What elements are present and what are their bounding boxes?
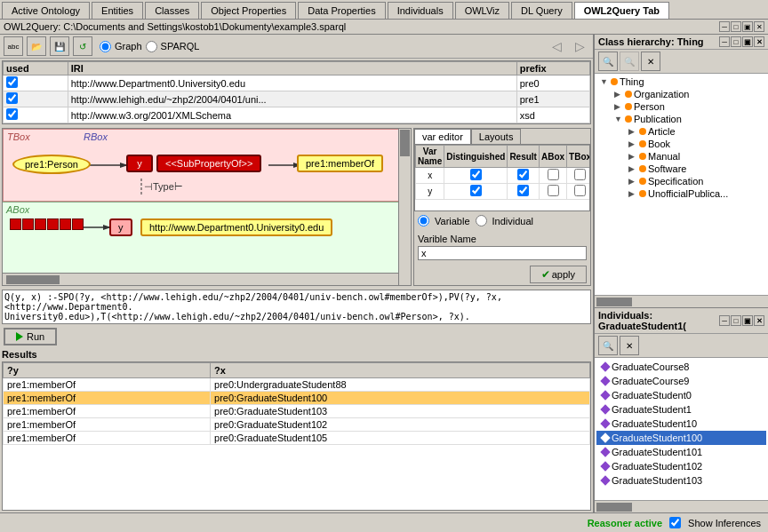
tree-item-publication[interactable]: ▼ Publication bbox=[596, 113, 766, 125]
var-abox-x[interactable] bbox=[539, 168, 566, 184]
indiv-search-btn[interactable]: 🔍 bbox=[598, 336, 618, 355]
abc-btn[interactable]: abc bbox=[4, 36, 23, 56]
hier-search-btn[interactable]: 🔍 bbox=[598, 52, 618, 71]
tree-hscroll[interactable] bbox=[595, 295, 768, 307]
graph-radio[interactable] bbox=[100, 41, 111, 52]
hierarchy-panel-title: Class hierarchy: Thing ─ □ ▣ ✕ bbox=[595, 35, 768, 50]
tree-expand-organization: ▶ bbox=[614, 90, 623, 99]
indiv-hscroll-thumb[interactable] bbox=[596, 503, 632, 512]
var-result-y[interactable] bbox=[508, 184, 540, 200]
list-item[interactable]: GraduateCourse9 bbox=[596, 374, 766, 388]
tab-data-properties[interactable]: Data Properties bbox=[298, 2, 385, 19]
tree-item-manual[interactable]: ▶ Manual bbox=[596, 150, 766, 163]
table-row[interactable]: pre1:memberOf pre0:UndergraduateStudent8… bbox=[4, 378, 590, 392]
var-distinguished-x[interactable] bbox=[444, 168, 508, 184]
hier-action-btn[interactable]: ✕ bbox=[641, 52, 660, 71]
tree-item-person[interactable]: ▶ Person bbox=[596, 100, 766, 113]
tree-label-software: Software bbox=[648, 163, 686, 174]
iri-check-2[interactable] bbox=[4, 107, 68, 123]
tab-active-ontology[interactable]: Active Ontology bbox=[2, 2, 90, 19]
tree-hscroll-thumb[interactable] bbox=[596, 298, 632, 306]
sparql-radio[interactable] bbox=[146, 41, 157, 52]
close-btn[interactable]: ✕ bbox=[754, 21, 764, 32]
iri-check-0[interactable] bbox=[4, 75, 68, 91]
hier-settings-btn[interactable]: 🔍 bbox=[620, 52, 639, 71]
hier-close-btn[interactable]: ✕ bbox=[754, 36, 764, 47]
tab-dl-query[interactable]: DL Query bbox=[511, 2, 572, 19]
list-item[interactable]: GraduateStudent0 bbox=[596, 388, 766, 402]
graph-label: Graph bbox=[115, 41, 142, 52]
list-item[interactable]: GraduateStudent101 bbox=[596, 445, 766, 459]
variable-radio[interactable] bbox=[418, 215, 429, 226]
run-button[interactable]: Run bbox=[4, 328, 57, 345]
tree-item-article[interactable]: ▶ Article bbox=[596, 125, 766, 138]
tbox-rbox-area: TBox RBox bbox=[3, 129, 411, 202]
restore-btn[interactable]: □ bbox=[731, 21, 741, 32]
minimize-btn[interactable]: ─ bbox=[719, 21, 730, 32]
open-btn[interactable]: 📂 bbox=[27, 36, 46, 56]
list-item[interactable]: GraduateStudent10 bbox=[596, 417, 766, 431]
indiv-restore-btn[interactable]: □ bbox=[731, 315, 741, 326]
hscroll-thumb[interactable] bbox=[6, 275, 60, 284]
hier-max-btn[interactable]: ▣ bbox=[742, 36, 753, 47]
graph-vscroll[interactable] bbox=[398, 129, 411, 285]
var-abox-y[interactable] bbox=[539, 184, 566, 200]
tab-classes[interactable]: Classes bbox=[145, 2, 199, 19]
iri-check-1[interactable] bbox=[4, 91, 68, 107]
var-name-input[interactable] bbox=[418, 246, 587, 260]
apply-label: apply bbox=[552, 269, 575, 280]
tab-owlviz[interactable]: OWLViz bbox=[455, 2, 509, 19]
forward-btn[interactable]: ▷ bbox=[570, 36, 589, 56]
indiv-max-btn[interactable]: ▣ bbox=[742, 315, 753, 326]
vscroll-thumb[interactable] bbox=[400, 130, 410, 156]
save-btn[interactable]: 💾 bbox=[50, 36, 69, 56]
hier-min-btn[interactable]: ─ bbox=[719, 36, 730, 47]
apply-button[interactable]: ✔ apply bbox=[530, 266, 587, 283]
list-item[interactable]: GraduateStudent102 bbox=[596, 459, 766, 473]
tree-expand-manual: ▶ bbox=[628, 152, 637, 161]
maximize-btn[interactable]: ▣ bbox=[742, 21, 753, 32]
hier-restore-btn[interactable]: □ bbox=[731, 36, 741, 47]
graph-hscroll[interactable] bbox=[3, 273, 411, 285]
back-btn[interactable]: ◁ bbox=[547, 36, 566, 56]
tree-dot-publication bbox=[625, 115, 632, 123]
tab-entities[interactable]: Entities bbox=[92, 2, 143, 19]
results-table-container[interactable]: ?y ?x pre1:memberOf pre0:UndergraduateSt… bbox=[2, 361, 591, 511]
var-tbox-x[interactable] bbox=[567, 168, 590, 184]
var-distinguished-y[interactable] bbox=[444, 184, 508, 200]
indiv-action-btn[interactable]: ✕ bbox=[620, 336, 639, 355]
tab-owl2query[interactable]: OWL2Query Tab bbox=[574, 2, 669, 19]
table-row[interactable]: pre1:memberOf pre0:GraduateStudent103 bbox=[4, 405, 590, 418]
refresh-btn[interactable]: ↺ bbox=[73, 36, 92, 56]
list-item[interactable]: GraduateStudent100 bbox=[596, 431, 766, 445]
table-row[interactable]: pre1:memberOf pre0:GraduateStudent105 bbox=[4, 432, 590, 445]
indiv-list[interactable]: GraduateCourse8 GraduateCourse9 Graduate… bbox=[595, 358, 768, 500]
indiv-hscroll[interactable] bbox=[595, 500, 768, 512]
tree-item-unofficial[interactable]: ▶ UnofficialPublica... bbox=[596, 187, 766, 200]
pre1-person-label: pre1:Person bbox=[25, 159, 78, 170]
indiv-close-btn[interactable]: ✕ bbox=[754, 315, 764, 326]
diamond-icon-2 bbox=[600, 390, 610, 400]
tree-item-thing[interactable]: ▼ Thing bbox=[596, 75, 766, 88]
tree-item-software[interactable]: ▶ Software bbox=[596, 163, 766, 175]
table-row[interactable]: pre1:memberOf pre0:GraduateStudent100 bbox=[4, 392, 590, 405]
list-item[interactable]: GraduateCourse8 bbox=[596, 360, 766, 374]
tab-individuals[interactable]: Individuals bbox=[388, 2, 453, 19]
indiv-min-btn[interactable]: ─ bbox=[719, 315, 730, 326]
tree-container[interactable]: ▼ Thing ▶ Organization ▶ Person bbox=[595, 74, 768, 295]
tree-item-organization[interactable]: ▶ Organization bbox=[596, 88, 766, 100]
var-tbox-y[interactable] bbox=[567, 184, 590, 200]
tree-item-specification[interactable]: ▶ Specification bbox=[596, 175, 766, 187]
list-item[interactable]: GraduateStudent1 bbox=[596, 402, 766, 417]
tab-var-editor[interactable]: var editor bbox=[414, 129, 471, 144]
tab-object-properties[interactable]: Object Properties bbox=[201, 2, 296, 19]
tree-item-book[interactable]: ▶ Book bbox=[596, 138, 766, 150]
table-row[interactable]: pre1:memberOf pre0:GraduateStudent102 bbox=[4, 418, 590, 432]
var-result-x[interactable] bbox=[508, 168, 540, 184]
result-y-2: pre1:memberOf bbox=[4, 405, 211, 418]
list-item[interactable]: GraduateStudent103 bbox=[596, 473, 766, 488]
individual-radio[interactable] bbox=[476, 215, 487, 226]
y-red-node: y bbox=[126, 155, 153, 172]
tab-layouts[interactable]: Layouts bbox=[471, 129, 522, 144]
show-inferences-checkbox[interactable] bbox=[669, 517, 681, 528]
